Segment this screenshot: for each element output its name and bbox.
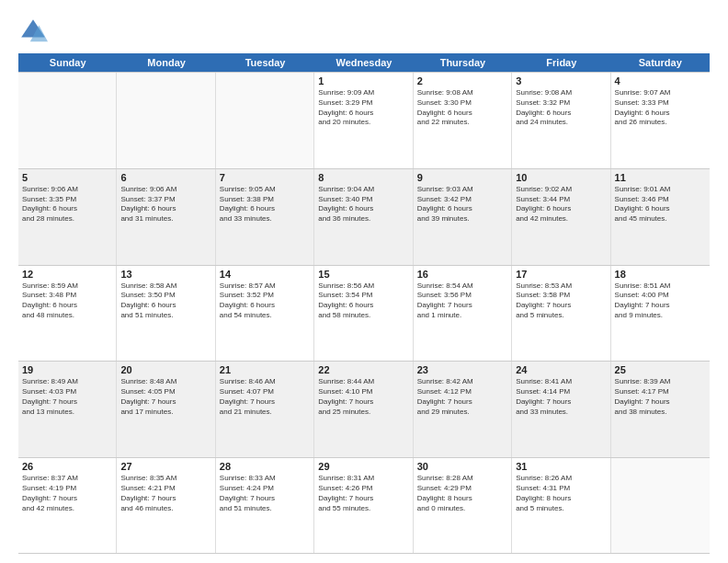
calendar-cell: 31Sunrise: 8:26 AM Sunset: 4:31 PM Dayli…	[512, 458, 610, 553]
day-info: Sunrise: 9:01 AM Sunset: 3:46 PM Dayligh…	[615, 185, 706, 224]
day-number: 7	[220, 172, 310, 183]
day-number: 15	[318, 269, 408, 280]
day-number: 27	[120, 461, 210, 472]
day-info: Sunrise: 8:48 AM Sunset: 4:05 PM Dayligh…	[120, 377, 210, 417]
day-info: Sunrise: 8:57 AM Sunset: 3:52 PM Dayligh…	[220, 282, 310, 321]
day-info: Sunrise: 8:28 AM Sunset: 4:29 PM Dayligh…	[417, 474, 507, 513]
day-info: Sunrise: 8:59 AM Sunset: 3:48 PM Dayligh…	[22, 282, 112, 321]
day-info: Sunrise: 8:49 AM Sunset: 4:03 PM Dayligh…	[22, 377, 112, 417]
calendar-cell: 29Sunrise: 8:31 AM Sunset: 4:26 PM Dayli…	[314, 458, 413, 553]
weekday-header-friday: Friday	[512, 53, 610, 72]
day-number: 5	[22, 172, 112, 183]
day-info: Sunrise: 8:33 AM Sunset: 4:24 PM Dayligh…	[220, 474, 310, 513]
calendar-cell: 26Sunrise: 8:37 AM Sunset: 4:19 PM Dayli…	[18, 458, 117, 553]
day-info: Sunrise: 8:58 AM Sunset: 3:50 PM Dayligh…	[120, 282, 210, 321]
day-number: 30	[417, 461, 507, 472]
day-number: 3	[516, 75, 606, 86]
calendar-cell: 22Sunrise: 8:44 AM Sunset: 4:10 PM Dayli…	[314, 362, 413, 457]
calendar-cell: 6Sunrise: 9:06 AM Sunset: 3:37 PM Daylig…	[117, 169, 215, 265]
day-info: Sunrise: 8:51 AM Sunset: 4:00 PM Dayligh…	[615, 282, 706, 321]
day-info: Sunrise: 9:08 AM Sunset: 3:30 PM Dayligh…	[417, 88, 507, 128]
calendar-body: 1Sunrise: 9:09 AM Sunset: 3:29 PM Daylig…	[18, 72, 710, 554]
calendar-cell	[611, 458, 710, 553]
day-info: Sunrise: 9:07 AM Sunset: 3:33 PM Dayligh…	[615, 88, 706, 128]
day-number: 8	[318, 172, 408, 183]
day-info: Sunrise: 9:03 AM Sunset: 3:42 PM Dayligh…	[417, 185, 507, 224]
day-number: 24	[516, 364, 606, 375]
day-info: Sunrise: 9:02 AM Sunset: 3:44 PM Dayligh…	[516, 185, 606, 224]
logo-icon	[18, 17, 48, 46]
day-number: 6	[120, 172, 210, 183]
calendar-cell: 12Sunrise: 8:59 AM Sunset: 3:48 PM Dayli…	[18, 266, 117, 362]
day-info: Sunrise: 9:09 AM Sunset: 3:29 PM Dayligh…	[318, 88, 408, 128]
calendar-cell: 30Sunrise: 8:28 AM Sunset: 4:29 PM Dayli…	[414, 458, 512, 553]
calendar-cell: 4Sunrise: 9:07 AM Sunset: 3:33 PM Daylig…	[611, 73, 710, 168]
day-number: 9	[417, 172, 507, 183]
calendar-header: SundayMondayTuesdayWednesdayThursdayFrid…	[18, 53, 710, 72]
day-number: 14	[220, 269, 310, 280]
calendar-cell: 1Sunrise: 9:09 AM Sunset: 3:29 PM Daylig…	[314, 73, 413, 168]
calendar-cell: 11Sunrise: 9:01 AM Sunset: 3:46 PM Dayli…	[611, 169, 710, 265]
calendar: SundayMondayTuesdayWednesdayThursdayFrid…	[18, 53, 710, 554]
calendar-cell: 19Sunrise: 8:49 AM Sunset: 4:03 PM Dayli…	[18, 362, 117, 457]
day-info: Sunrise: 9:04 AM Sunset: 3:40 PM Dayligh…	[318, 185, 408, 224]
calendar-cell	[117, 73, 215, 168]
calendar-cell: 21Sunrise: 8:46 AM Sunset: 4:07 PM Dayli…	[216, 362, 314, 457]
weekday-header-sunday: Sunday	[18, 53, 117, 72]
day-number: 12	[22, 269, 112, 280]
weekday-header-wednesday: Wednesday	[314, 53, 413, 72]
calendar-cell: 20Sunrise: 8:48 AM Sunset: 4:05 PM Dayli…	[117, 362, 215, 457]
calendar-cell: 9Sunrise: 9:03 AM Sunset: 3:42 PM Daylig…	[414, 169, 512, 265]
day-number: 20	[120, 364, 210, 375]
day-number: 1	[318, 75, 408, 86]
day-number: 29	[318, 461, 408, 472]
day-info: Sunrise: 8:54 AM Sunset: 3:56 PM Dayligh…	[417, 282, 507, 321]
day-number: 16	[417, 269, 507, 280]
calendar-cell	[216, 73, 314, 168]
calendar-cell: 16Sunrise: 8:54 AM Sunset: 3:56 PM Dayli…	[414, 266, 512, 362]
calendar-row-3: 12Sunrise: 8:59 AM Sunset: 3:48 PM Dayli…	[18, 265, 710, 362]
calendar-cell: 17Sunrise: 8:53 AM Sunset: 3:58 PM Dayli…	[512, 266, 610, 362]
calendar-cell: 25Sunrise: 8:39 AM Sunset: 4:17 PM Dayli…	[611, 362, 710, 457]
page-header	[18, 17, 710, 46]
calendar-row-2: 5Sunrise: 9:06 AM Sunset: 3:35 PM Daylig…	[18, 168, 710, 265]
day-number: 11	[615, 172, 706, 183]
day-number: 4	[615, 75, 706, 86]
logo	[18, 17, 51, 46]
day-info: Sunrise: 8:35 AM Sunset: 4:21 PM Dayligh…	[120, 474, 210, 513]
day-number: 28	[220, 461, 310, 472]
calendar-cell: 3Sunrise: 9:08 AM Sunset: 3:32 PM Daylig…	[512, 73, 610, 168]
day-number: 13	[120, 269, 210, 280]
calendar-row-1: 1Sunrise: 9:09 AM Sunset: 3:29 PM Daylig…	[18, 72, 710, 168]
day-number: 18	[615, 269, 706, 280]
day-number: 25	[615, 364, 706, 375]
day-info: Sunrise: 8:39 AM Sunset: 4:17 PM Dayligh…	[615, 377, 706, 417]
day-number: 26	[22, 461, 112, 472]
calendar-cell: 7Sunrise: 9:05 AM Sunset: 3:38 PM Daylig…	[216, 169, 314, 265]
calendar-cell: 2Sunrise: 9:08 AM Sunset: 3:30 PM Daylig…	[414, 73, 512, 168]
calendar-cell: 8Sunrise: 9:04 AM Sunset: 3:40 PM Daylig…	[314, 169, 413, 265]
weekday-header-tuesday: Tuesday	[216, 53, 314, 72]
day-info: Sunrise: 9:05 AM Sunset: 3:38 PM Dayligh…	[220, 185, 310, 224]
day-info: Sunrise: 9:08 AM Sunset: 3:32 PM Dayligh…	[516, 88, 606, 128]
calendar-cell: 27Sunrise: 8:35 AM Sunset: 4:21 PM Dayli…	[117, 458, 215, 553]
day-info: Sunrise: 8:42 AM Sunset: 4:12 PM Dayligh…	[417, 377, 507, 417]
day-info: Sunrise: 8:31 AM Sunset: 4:26 PM Dayligh…	[318, 474, 408, 513]
calendar-cell: 5Sunrise: 9:06 AM Sunset: 3:35 PM Daylig…	[18, 169, 117, 265]
calendar-cell: 13Sunrise: 8:58 AM Sunset: 3:50 PM Dayli…	[117, 266, 215, 362]
day-number: 10	[516, 172, 606, 183]
day-info: Sunrise: 8:37 AM Sunset: 4:19 PM Dayligh…	[22, 474, 112, 513]
calendar-cell: 23Sunrise: 8:42 AM Sunset: 4:12 PM Dayli…	[414, 362, 512, 457]
day-info: Sunrise: 8:53 AM Sunset: 3:58 PM Dayligh…	[516, 282, 606, 321]
calendar-row-4: 19Sunrise: 8:49 AM Sunset: 4:03 PM Dayli…	[18, 361, 710, 457]
calendar-cell: 14Sunrise: 8:57 AM Sunset: 3:52 PM Dayli…	[216, 266, 314, 362]
day-info: Sunrise: 8:46 AM Sunset: 4:07 PM Dayligh…	[220, 377, 310, 417]
calendar-cell: 18Sunrise: 8:51 AM Sunset: 4:00 PM Dayli…	[611, 266, 710, 362]
weekday-header-monday: Monday	[117, 53, 215, 72]
day-number: 23	[417, 364, 507, 375]
day-info: Sunrise: 8:41 AM Sunset: 4:14 PM Dayligh…	[516, 377, 606, 417]
calendar-cell: 28Sunrise: 8:33 AM Sunset: 4:24 PM Dayli…	[216, 458, 314, 553]
calendar-cell: 10Sunrise: 9:02 AM Sunset: 3:44 PM Dayli…	[512, 169, 610, 265]
calendar-cell: 24Sunrise: 8:41 AM Sunset: 4:14 PM Dayli…	[512, 362, 610, 457]
calendar-row-5: 26Sunrise: 8:37 AM Sunset: 4:19 PM Dayli…	[18, 457, 710, 554]
